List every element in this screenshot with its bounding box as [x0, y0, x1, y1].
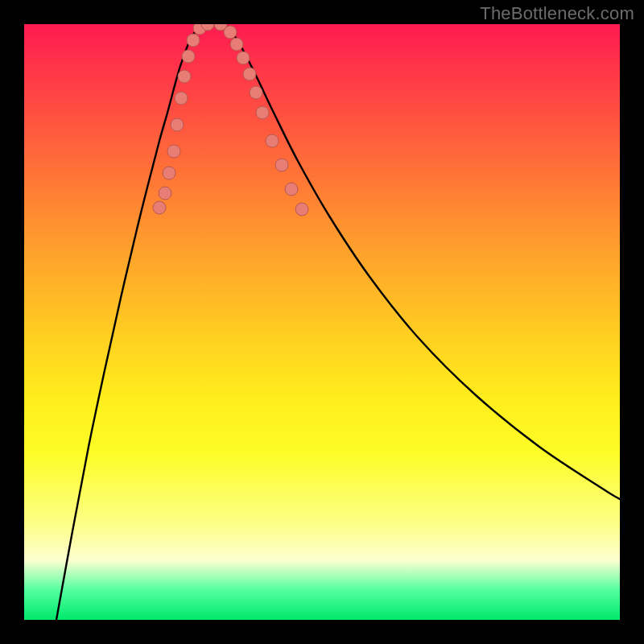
marker-dot — [237, 52, 250, 64]
marker-dot — [275, 159, 288, 171]
marker-dot — [187, 34, 200, 47]
marker-dot — [175, 92, 188, 105]
marker-dot — [159, 187, 171, 200]
watermark-text: TheBottleneck.com — [480, 3, 634, 24]
plot-area — [24, 24, 620, 620]
marker-dot — [178, 70, 191, 83]
markers-group — [153, 24, 308, 216]
marker-dot — [171, 118, 184, 131]
marker-dot — [266, 134, 279, 147]
marker-dot — [250, 86, 262, 99]
curve-svg — [24, 24, 620, 620]
marker-dot — [295, 203, 308, 216]
marker-dot — [163, 167, 175, 180]
marker-dot — [285, 183, 298, 196]
marker-dot — [243, 68, 256, 80]
curve-right — [225, 26, 620, 499]
marker-dot — [256, 106, 269, 119]
marker-dot — [167, 145, 180, 158]
chart-frame: TheBottleneck.com — [0, 0, 644, 644]
curve-left — [56, 26, 203, 620]
marker-dot — [182, 50, 195, 63]
marker-dot — [153, 201, 166, 214]
marker-dot — [230, 38, 243, 51]
marker-dot — [224, 26, 237, 39]
